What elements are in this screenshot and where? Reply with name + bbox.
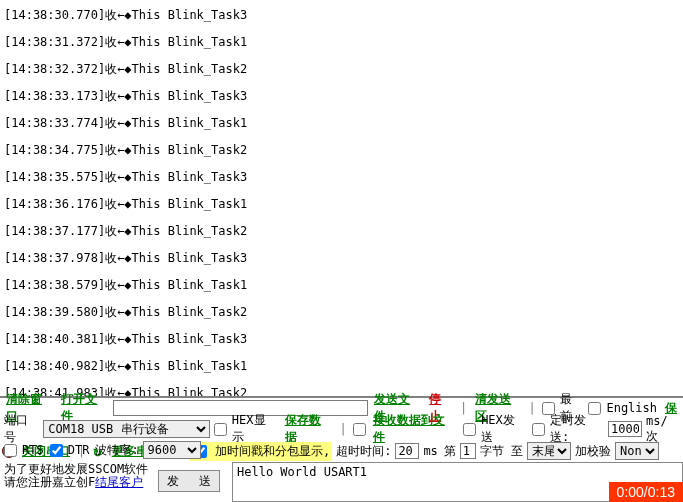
- log-line: [14:38:36.176]收←◆This Blink_Task1: [4, 191, 679, 218]
- send-input-text: Hello World USART1: [237, 465, 367, 479]
- log-line: [14:38:40.381]收←◆This Blink_Task3: [4, 326, 679, 353]
- tip-link[interactable]: 结尾客户: [95, 475, 143, 489]
- baud-label: 波特率:: [93, 442, 140, 459]
- log-line: [14:38:33.173]收←◆This Blink_Task3: [4, 83, 679, 110]
- log-line: [14:38:40.982]收←◆This Blink_Task1: [4, 353, 679, 380]
- log-area: [14:38:30.770]收←◆This Blink_Task3[14:38:…: [0, 0, 683, 396]
- toolbar-2: 端口号 COM18 USB 串行设备 HEX显示 保存数据 | 接收数据到文件 …: [0, 418, 683, 440]
- timer-display: 0:00/0:13: [609, 482, 683, 502]
- timed-send-label: 定时发送:: [548, 412, 606, 446]
- hex-send-checkbox[interactable]: [463, 423, 476, 436]
- interval-input[interactable]: [608, 421, 642, 437]
- port-select[interactable]: COM18 USB 串行设备: [43, 420, 210, 438]
- toolbar-3b: RTS DTR 波特率: 9600: [0, 440, 203, 460]
- send-button[interactable]: 发 送: [158, 470, 220, 492]
- dtr-checkbox[interactable]: [50, 444, 63, 457]
- log-line: [14:38:37.177]收←◆This Blink_Task2: [4, 218, 679, 245]
- send-button-wrap: 发 送: [158, 470, 226, 492]
- log-line: [14:38:35.575]收←◆This Blink_Task3: [4, 164, 679, 191]
- rts-label: RTS: [20, 443, 46, 457]
- log-line: [14:38:38.579]收←◆This Blink_Task1: [4, 272, 679, 299]
- timeout-input[interactable]: [395, 443, 419, 459]
- nth-label: 第: [442, 443, 458, 460]
- checksum-label: 加校验: [573, 443, 613, 460]
- log-line: [14:38:39.580]收←◆This Blink_Task2: [4, 299, 679, 326]
- timestamp-option: 加时间戳和分包显示,: [190, 442, 332, 461]
- hex-send-label: HEX发送: [479, 412, 528, 446]
- log-line: [14:38:31.372]收←◆This Blink_Task1: [4, 29, 679, 56]
- rx-to-file-label[interactable]: 接收数据到文件: [369, 412, 459, 446]
- tail-select[interactable]: 末尾: [527, 442, 571, 460]
- log-line: [14:38:34.775]收←◆This Blink_Task2: [4, 137, 679, 164]
- log-line: [14:38:30.770]收←◆This Blink_Task3: [4, 2, 679, 29]
- log-line: [14:38:37.978]收←◆This Blink_Task3: [4, 245, 679, 272]
- nth-input[interactable]: [460, 443, 476, 459]
- timed-send-checkbox[interactable]: [532, 423, 545, 436]
- log-line: [14:38:32.372]收←◆This Blink_Task2: [4, 56, 679, 83]
- timeout-label: 超时时间:: [334, 443, 393, 460]
- send-area: 为了更好地发展SSCOM软件 请您注册嘉立创F结尾客户 Hello World …: [0, 462, 683, 502]
- rx-to-file-checkbox[interactable]: [353, 423, 366, 436]
- timeout-unit: ms: [421, 444, 439, 458]
- byte-to-label: 字节 至: [478, 443, 525, 460]
- baud-select[interactable]: 9600: [143, 441, 201, 459]
- hex-display-checkbox[interactable]: [214, 423, 227, 436]
- dtr-label: DTR: [66, 443, 92, 457]
- interval-unit-label: ms/次: [644, 414, 681, 445]
- log-line: [14:38:33.774]收←◆This Blink_Task1: [4, 110, 679, 137]
- rts-checkbox[interactable]: [4, 444, 17, 457]
- checksum-select[interactable]: None: [615, 442, 659, 460]
